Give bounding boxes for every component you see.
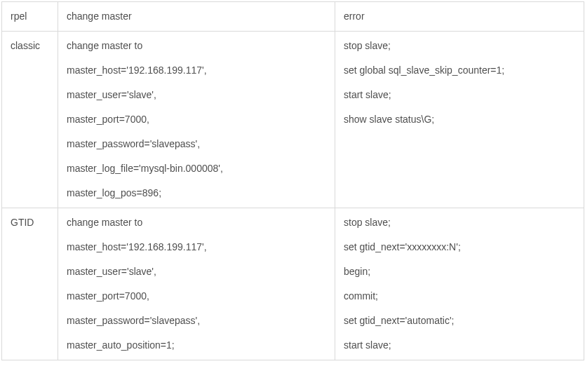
code-line: master_user='slave',: [67, 264, 326, 279]
change-master-cell: change master to master_host='192.168.19…: [58, 32, 335, 208]
code-line: begin;: [344, 264, 575, 279]
change-master-cell: change master to master_host='192.168.19…: [58, 208, 335, 360]
code-line: master_password='slavepass',: [67, 313, 326, 328]
header-error: error: [335, 2, 584, 32]
table-row: classic change master to master_host='19…: [2, 32, 584, 208]
code-line: stop slave;: [344, 215, 575, 230]
code-line: master_log_pos=896;: [67, 186, 326, 201]
table-header-row: rpel change master error: [2, 2, 584, 32]
code-line: master_log_file='mysql-bin.000008',: [67, 161, 326, 176]
code-line: start slave;: [344, 338, 575, 353]
code-line: change master to: [67, 39, 326, 53]
code-line: start slave;: [344, 88, 575, 102]
error-cell: stop slave; set gtid_next='xxxxxxxx:N'; …: [335, 208, 584, 360]
code-line: master_password='slavepass',: [67, 137, 326, 151]
replication-table: rpel change master error classic change …: [1, 1, 584, 360]
code-line: master_auto_position=1;: [67, 338, 326, 353]
table-row: GTID change master to master_host='192.1…: [2, 208, 584, 360]
code-line: set gtid_next='automatic';: [344, 313, 575, 328]
code-line: change master to: [67, 215, 326, 230]
row-label: GTID: [2, 208, 58, 360]
code-line: set global sql_slave_skip_counter=1;: [344, 63, 575, 78]
header-change-master: change master: [58, 2, 335, 32]
error-cell: stop slave; set global sql_slave_skip_co…: [335, 32, 584, 208]
code-line: stop slave;: [344, 39, 575, 53]
row-label: classic: [2, 32, 58, 208]
code-line: master_user='slave',: [67, 88, 326, 102]
code-line: master_port=7000,: [67, 112, 326, 127]
code-line: set gtid_next='xxxxxxxx:N';: [344, 240, 575, 255]
code-line: master_host='192.168.199.117',: [67, 63, 326, 78]
code-line: master_port=7000,: [67, 289, 326, 304]
code-line: show slave status\G;: [344, 112, 575, 127]
code-line: master_host='192.168.199.117',: [67, 240, 326, 255]
header-rpel: rpel: [2, 2, 58, 32]
code-line: commit;: [344, 289, 575, 304]
